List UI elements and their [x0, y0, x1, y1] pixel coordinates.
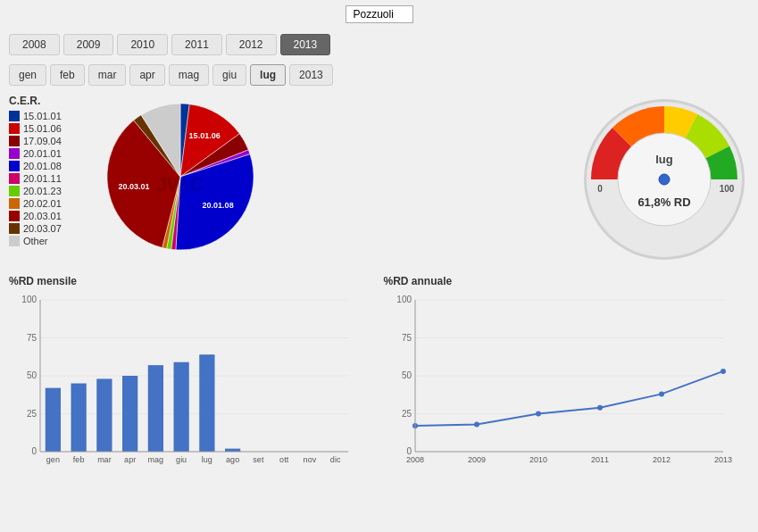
legend-color-box [9, 186, 20, 196]
annual-chart-title: %RD annuale [384, 275, 750, 287]
annual-line-chart [384, 291, 732, 487]
legend-item-label: 20.01.11 [23, 173, 62, 184]
legend-color-box [9, 123, 20, 134]
legend-item-label: Other [23, 236, 48, 246]
legend-item: 20.01.11 [9, 173, 89, 184]
legend-item-label: 20.01.01 [23, 148, 62, 159]
city-dropdown-wrapper: Pozzuoli [346, 5, 413, 23]
month-tab-feb[interactable]: feb [50, 64, 85, 86]
main-content: C.E.R. 15.01.0115.01.0617.09.0420.01.012… [0, 89, 758, 270]
legend-item-label: 17.09.04 [23, 136, 62, 146]
legend-item: 20.01.23 [9, 186, 89, 196]
legend-item-label: 20.02.01 [23, 198, 62, 209]
year-tab-2009[interactable]: 2009 [63, 34, 114, 55]
month-tab-apr[interactable]: apr [129, 64, 164, 86]
legend-item-label: 15.01.01 [23, 111, 62, 121]
legend-color-box [9, 148, 20, 159]
gauge-container [579, 95, 749, 264]
year-tab-2008[interactable]: 2008 [9, 34, 60, 55]
gauge-chart [579, 95, 749, 264]
legend-item: 15.01.01 [9, 111, 89, 121]
legend: C.E.R. 15.01.0115.01.0617.09.0420.01.012… [9, 95, 89, 264]
city-select[interactable]: Pozzuoli [346, 5, 413, 23]
legend-color-box [9, 161, 20, 171]
legend-color-box [9, 136, 20, 146]
year-tab-2010[interactable]: 2010 [117, 34, 168, 55]
year-tab-2011[interactable]: 2011 [171, 34, 222, 55]
pie-container [98, 95, 259, 255]
legend-item: 20.01.08 [9, 161, 89, 171]
left-panel: C.E.R. 15.01.0115.01.0617.09.0420.01.012… [9, 95, 571, 264]
legend-item-label: 20.01.08 [23, 161, 62, 171]
monthly-chart-box: %RD mensile [9, 275, 375, 487]
month-tab-2013[interactable]: 2013 [289, 64, 333, 86]
legend-item: 20.02.01 [9, 198, 89, 209]
legend-color-box [9, 223, 20, 234]
legend-item: 20.01.01 [9, 148, 89, 159]
monthly-bar-chart [9, 291, 357, 487]
month-tab-mar[interactable]: mar [88, 64, 127, 86]
annual-chart-box: %RD annuale [384, 275, 750, 487]
legend-item: 15.01.06 [9, 123, 89, 134]
legend-color-box [9, 198, 20, 209]
legend-color-box [9, 173, 20, 184]
legend-item: 17.09.04 [9, 136, 89, 146]
top-bar: Pozzuoli [0, 0, 758, 29]
pie-chart [98, 95, 263, 260]
legend-item: 20.03.07 [9, 223, 89, 234]
legend-items: 15.01.0115.01.0617.09.0420.01.0120.01.08… [9, 111, 89, 246]
legend-title: C.E.R. [9, 95, 89, 107]
legend-item-label: 15.01.06 [23, 123, 62, 134]
legend-item: 20.03.01 [9, 211, 89, 221]
legend-item-label: 20.03.01 [23, 211, 62, 221]
monthly-chart-title: %RD mensile [9, 275, 375, 287]
year-tab-2013[interactable]: 2013 [280, 34, 331, 55]
legend-item-label: 20.03.07 [23, 223, 62, 234]
legend-color-box [9, 236, 20, 246]
legend-color-box [9, 111, 20, 121]
month-tabs: genfebmaraprmaggiulug2013 [0, 61, 758, 89]
year-tabs: 200820092010201120122013 [0, 29, 758, 61]
legend-color-box [9, 211, 20, 221]
month-tab-gen[interactable]: gen [9, 64, 46, 86]
year-tab-2012[interactable]: 2012 [226, 34, 277, 55]
legend-item-label: 20.01.23 [23, 186, 62, 196]
bottom-section: %RD mensile %RD annuale [0, 270, 758, 493]
month-tab-lug[interactable]: lug [250, 64, 286, 86]
month-tab-giu[interactable]: giu [212, 64, 246, 86]
legend-item: Other [9, 236, 89, 246]
month-tab-mag[interactable]: mag [169, 64, 209, 86]
